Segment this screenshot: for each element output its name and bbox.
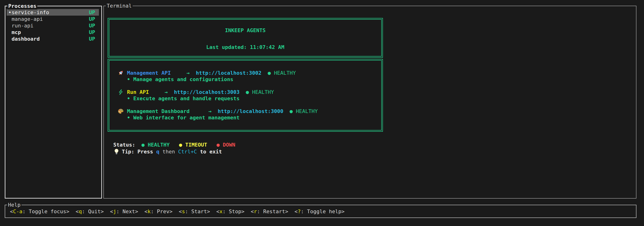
service-entry: Run API → http://localhost:3003 ● HEALTH… — [118, 89, 381, 102]
selection-bullet — [8, 23, 12, 29]
process-list: •service-infoUP manage-apiUP run-apiUP m… — [6, 7, 101, 42]
process-name: run-api — [12, 23, 89, 29]
tip-text-segment: q — [156, 148, 159, 155]
help-shortcut-label: : Restart> — [257, 208, 288, 214]
help-shortcut-label: : Quit> — [82, 208, 104, 214]
help-shortcut: <C-a: Toggle focus> — [10, 208, 70, 214]
help-shortcut-label: : Toggle focus> — [22, 208, 70, 214]
tip-text-segment: Ctrl+C — [178, 148, 197, 155]
service-description: • Web interface for agent management — [118, 114, 381, 121]
help-shortcut-key: r — [254, 208, 257, 214]
process-row[interactable]: manage-apiUP — [6, 16, 99, 22]
service-line: Run API → http://localhost:3003 ● HEALTH… — [118, 89, 381, 95]
agents-header-box: INKEEP AGENTS Last updated: 11:07:42 AM — [108, 18, 383, 58]
selection-bullet — [8, 16, 12, 22]
process-row[interactable]: •service-infoUP — [6, 9, 99, 16]
service-status: HEALTHY — [296, 108, 318, 114]
tip-text-segment: to exit — [197, 148, 222, 155]
help-shortcut-key: s — [182, 208, 185, 214]
process-name: service-info — [12, 10, 89, 15]
help-shortcut-list: <C-a: Toggle focus> <q: Quit> <j: Next> … — [5, 205, 636, 217]
help-shortcut-key: q — [78, 208, 82, 214]
arrow-glyph: → — [208, 108, 211, 114]
legend-status-label: DOWN — [223, 142, 235, 148]
tip-text-segment: then — [159, 148, 178, 155]
zap-icon — [118, 89, 127, 95]
help-shortcut: <r: Restart> — [251, 208, 288, 214]
agents-title: INKEEP AGENTS — [109, 27, 381, 34]
service-status: HEALTHY — [252, 89, 274, 95]
service-list: Management API → http://localhost:3002 ●… — [109, 60, 382, 130]
service-name: Management API — [127, 70, 171, 76]
process-status-badge: UP — [89, 23, 95, 29]
last-updated-text: Last updated: 11:07:42 AM — [109, 44, 381, 50]
process-status-badge: UP — [89, 29, 95, 35]
help-shortcut-label: : Next> — [116, 208, 138, 214]
help-shortcut: <k: Prev> — [144, 208, 172, 214]
help-shortcut-key: C-a — [13, 208, 22, 214]
palette-icon — [118, 108, 127, 114]
processes-panel: Processes •service-infoUP manage-apiUP r… — [5, 6, 102, 198]
help-shortcut-key: j — [113, 208, 116, 214]
status-dot: ● — [216, 142, 220, 148]
service-entry: Management Dashboard → http://localhost:… — [118, 108, 381, 121]
help-shortcut: <?: Toggle help> — [294, 208, 344, 214]
process-name: manage-api — [12, 16, 89, 22]
status-legend: Status: ● HEALTHY ● TIMEOUT ● DOWN — [113, 142, 636, 148]
service-name: Run API — [127, 89, 149, 95]
process-status-badge: UP — [89, 16, 95, 22]
bulb-icon — [113, 148, 122, 155]
help-shortcut-label: : Toggle help> — [301, 208, 344, 214]
help-shortcut-label: : Stop> — [222, 208, 244, 214]
help-shortcut: <j: Next> — [110, 208, 138, 214]
help-shortcut-label: : Start> — [185, 208, 210, 214]
service-url: http://localhost:3003 — [174, 89, 240, 95]
status-dot: ● — [246, 89, 249, 95]
services-box: Management API → http://localhost:3002 ●… — [108, 59, 383, 132]
terminal-panel[interactable]: Terminal INKEEP AGENTS Last updated: 11:… — [104, 6, 636, 198]
processes-panel-title: Processes — [7, 3, 37, 10]
process-name: dashboard — [12, 36, 89, 42]
process-row[interactable]: dashboardUP — [6, 36, 99, 42]
process-row[interactable]: mcpUP — [6, 29, 99, 36]
status-dot: ● — [290, 108, 293, 114]
selection-bullet — [8, 36, 12, 42]
help-shortcut-key: k — [148, 208, 150, 214]
status-dot: ● — [268, 70, 271, 76]
help-shortcut-key: ? — [298, 208, 301, 214]
selection-bullet — [8, 29, 12, 35]
service-url: http://localhost:3000 — [218, 108, 283, 114]
legend-status-label: HEALTHY — [148, 142, 170, 148]
tip-line: Tip: Press q then Ctrl+C to exit — [113, 148, 636, 155]
tip-text-segment: Tip: Press — [122, 148, 156, 155]
service-line: Management API → http://localhost:3002 ●… — [118, 70, 381, 76]
help-panel-title: Help — [7, 202, 22, 208]
help-shortcut: <q: Quit> — [76, 208, 104, 214]
terminal-output[interactable]: INKEEP AGENTS Last updated: 11:07:42 AM … — [104, 6, 636, 198]
process-row[interactable]: run-apiUP — [6, 22, 99, 29]
process-name: mcp — [12, 29, 89, 35]
service-url: http://localhost:3002 — [196, 70, 261, 76]
legend-status-label: TIMEOUT — [185, 142, 207, 148]
status-dot: ● — [142, 142, 144, 148]
service-description: • Manage agents and configurations — [118, 76, 381, 83]
rocket-icon — [118, 70, 127, 76]
selection-bullet: • — [8, 10, 12, 15]
process-status-badge: UP — [89, 36, 95, 42]
help-panel: Help <C-a: Toggle focus> <q: Quit> <j: N… — [5, 205, 636, 218]
help-shortcut: <s: Start> — [179, 208, 210, 214]
status-dot: ● — [179, 142, 182, 148]
help-shortcut-key: x — [220, 208, 222, 214]
service-name: Management Dashboard — [127, 108, 190, 114]
service-status: HEALTHY — [274, 70, 296, 76]
process-status-badge: UP — [89, 10, 95, 15]
service-description: • Execute agents and handle requests — [118, 95, 381, 102]
service-line: Management Dashboard → http://localhost:… — [118, 108, 381, 114]
status-legend-label: Status: — [113, 142, 135, 148]
help-shortcut: <x: Stop> — [216, 208, 244, 214]
arrow-glyph: → — [186, 70, 190, 76]
arrow-glyph: → — [164, 89, 168, 95]
service-entry: Management API → http://localhost:3002 ●… — [118, 70, 381, 83]
help-shortcut-label: : Prev> — [150, 208, 172, 214]
